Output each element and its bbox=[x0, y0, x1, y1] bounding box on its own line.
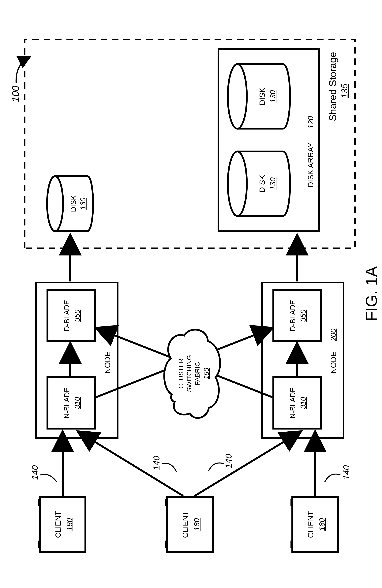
svg-rect-24 bbox=[273, 377, 321, 429]
svg-text:350: 350 bbox=[299, 310, 307, 321]
svg-rect-11 bbox=[291, 541, 293, 548]
svg-text:DISK ARRAY: DISK ARRAY bbox=[306, 143, 315, 188]
link-label-2: 140 bbox=[151, 456, 161, 470]
svg-point-37 bbox=[47, 176, 63, 231]
svg-rect-5 bbox=[167, 497, 213, 552]
figure-label: FIG. 1A bbox=[362, 266, 380, 321]
diagram-svg: CLIENT 180 CLIENT 180 CLIENT 180 140 140… bbox=[0, 0, 382, 588]
svg-text:DISK: DISK bbox=[258, 87, 266, 105]
svg-text:CLIENT: CLIENT bbox=[54, 511, 62, 538]
client-box-2: CLIENT 180 bbox=[165, 497, 213, 552]
svg-rect-2 bbox=[38, 499, 40, 506]
svg-text:150: 150 bbox=[203, 368, 210, 379]
svg-text:NODE: NODE bbox=[329, 352, 338, 374]
svg-text:D-BLADE: D-BLADE bbox=[289, 300, 297, 331]
client-box-1: CLIENT 180 bbox=[38, 497, 85, 552]
svg-text:120: 120 bbox=[306, 116, 315, 129]
svg-text:CLIENT: CLIENT bbox=[181, 511, 190, 538]
disk-array-disk-1: DISK 130 bbox=[228, 151, 290, 216]
svg-rect-0 bbox=[40, 497, 85, 552]
svg-text:130: 130 bbox=[79, 198, 87, 210]
svg-text:CLUSTER: CLUSTER bbox=[177, 358, 185, 389]
svg-point-43 bbox=[228, 151, 247, 216]
svg-text:CLIENT: CLIENT bbox=[306, 511, 315, 538]
arrow-client2-nblade2 bbox=[195, 431, 301, 496]
svg-text:N-BLADE: N-BLADE bbox=[289, 387, 297, 419]
nblade-box-2: N-BLADE 310 bbox=[273, 377, 321, 429]
dblade-box-2: D-BLADE 350 bbox=[273, 290, 321, 341]
svg-rect-27 bbox=[47, 290, 95, 341]
shared-storage-ref: 135 bbox=[340, 84, 349, 98]
link-label-1: 140 bbox=[30, 465, 40, 480]
svg-text:SWITCHING: SWITCHING bbox=[186, 355, 193, 392]
svg-point-46 bbox=[228, 64, 247, 129]
svg-text:130: 130 bbox=[269, 177, 277, 190]
svg-text:DISK: DISK bbox=[258, 175, 266, 193]
client-box-3: CLIENT 180 bbox=[291, 497, 338, 552]
nblade-box-1: N-BLADE 310 bbox=[47, 377, 95, 429]
svg-rect-7 bbox=[165, 499, 168, 506]
system-ref-leader bbox=[16, 57, 30, 83]
svg-text:N-BLADE: N-BLADE bbox=[63, 387, 71, 419]
svg-rect-30 bbox=[273, 290, 321, 341]
link-label-4: 140 bbox=[341, 465, 351, 480]
svg-text:180: 180 bbox=[65, 518, 74, 531]
svg-text:180: 180 bbox=[192, 518, 201, 531]
disk-array-box: DISK ARRAY 120 DISK 130 DISK 130 bbox=[218, 49, 319, 231]
svg-text:FABRIC: FABRIC bbox=[194, 362, 201, 385]
svg-text:200: 200 bbox=[329, 329, 338, 341]
link-label-3: 140 bbox=[224, 454, 233, 468]
svg-rect-10 bbox=[292, 497, 338, 552]
svg-text:NODE: NODE bbox=[103, 352, 112, 374]
svg-rect-1 bbox=[38, 541, 40, 548]
svg-text:D-BLADE: D-BLADE bbox=[63, 300, 71, 331]
dblade-box-1: D-BLADE 350 bbox=[47, 290, 95, 341]
svg-text:310: 310 bbox=[73, 397, 81, 409]
svg-text:350: 350 bbox=[73, 310, 81, 321]
cluster-fabric-cloud: CLUSTER SWITCHING FABRIC 150 bbox=[164, 330, 220, 418]
svg-text:DISK: DISK bbox=[69, 195, 78, 212]
disk-array-disk-2: DISK 130 bbox=[228, 64, 290, 129]
shared-storage-label: Shared Storage bbox=[327, 52, 338, 121]
disk-standalone: DISK 130 bbox=[47, 176, 93, 231]
svg-rect-6 bbox=[165, 541, 168, 548]
svg-text:180: 180 bbox=[318, 518, 326, 531]
svg-rect-12 bbox=[291, 499, 293, 506]
svg-text:130: 130 bbox=[269, 90, 277, 103]
svg-rect-21 bbox=[47, 377, 95, 429]
system-ref-label: 100 bbox=[10, 85, 21, 102]
svg-text:310: 310 bbox=[299, 397, 307, 409]
